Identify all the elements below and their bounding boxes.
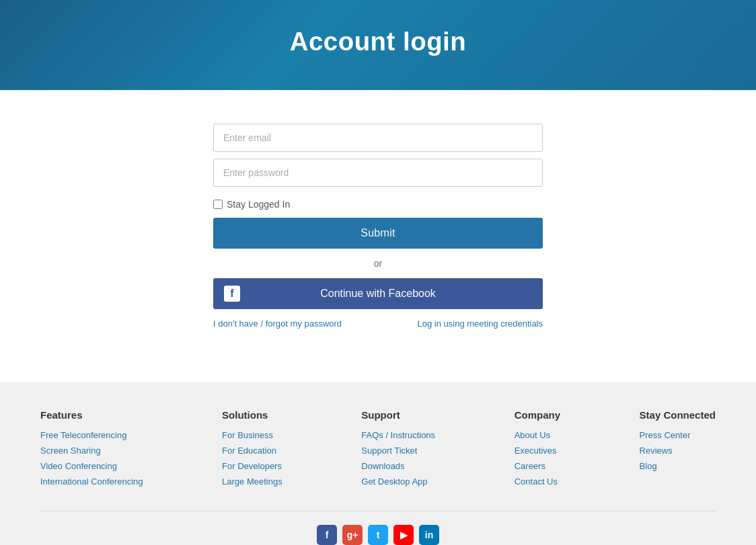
footer-column-heading: Solutions xyxy=(222,409,282,421)
list-item: Screen Sharing xyxy=(40,444,143,456)
facebook-login-button[interactable]: f Continue with Facebook xyxy=(213,278,543,309)
linkedin-social-icon[interactable]: in xyxy=(419,525,439,545)
facebook-btn-label: Continue with Facebook xyxy=(320,288,436,300)
footer-link[interactable]: Downloads xyxy=(361,461,404,471)
list-item: FAQs / Instructions xyxy=(361,429,435,441)
password-input[interactable] xyxy=(213,159,543,187)
social-icons-container: fg+t▶in xyxy=(40,525,716,545)
facebook-social-icon[interactable]: f xyxy=(317,525,337,545)
forgot-password-link[interactable]: I don't have / forgot my password xyxy=(213,319,342,329)
footer-link[interactable]: Executives xyxy=(515,446,557,456)
list-item: Video Conferencing xyxy=(40,460,143,472)
footer-link[interactable]: Video Conferencing xyxy=(40,461,117,471)
list-item: Support Ticket xyxy=(361,444,435,456)
footer: FeaturesFree TeleconferencingScreen Shar… xyxy=(0,382,756,545)
stay-logged-in-label[interactable]: Stay Logged In xyxy=(213,199,543,210)
list-item: Large Meetings xyxy=(222,475,282,487)
footer-link[interactable]: Blog xyxy=(640,461,657,471)
footer-link[interactable]: Contact Us xyxy=(515,476,558,487)
footer-link[interactable]: Free Teleconferencing xyxy=(40,430,126,440)
footer-link[interactable]: Get Desktop App xyxy=(361,476,427,487)
footer-link[interactable]: Careers xyxy=(515,461,545,471)
list-item: Get Desktop App xyxy=(361,475,435,487)
or-divider: or xyxy=(213,258,543,269)
list-item: Contact Us xyxy=(515,475,560,487)
list-item: Downloads xyxy=(361,460,435,472)
footer-column-heading: Support xyxy=(361,409,435,421)
footer-column: SupportFAQs / InstructionsSupport Ticket… xyxy=(361,409,435,491)
facebook-icon: f xyxy=(224,286,240,302)
google-plus-social-icon[interactable]: g+ xyxy=(342,525,363,545)
footer-column: Stay ConnectedPress CenterReviewsBlog xyxy=(640,409,716,491)
list-item: Reviews xyxy=(640,444,716,456)
footer-social: fg+t▶in xyxy=(40,511,716,545)
list-item: Blog xyxy=(640,460,716,472)
stay-logged-in-text: Stay Logged In xyxy=(227,199,290,210)
login-form: Stay Logged In Submit or f Continue with… xyxy=(213,124,543,329)
footer-link[interactable]: For Business xyxy=(222,430,273,440)
footer-link[interactable]: For Developers xyxy=(222,461,282,471)
stay-logged-in-checkbox[interactable] xyxy=(213,200,223,209)
footer-column-heading: Company xyxy=(515,409,560,421)
list-item: About Us xyxy=(515,429,560,441)
page-header: Account login xyxy=(0,0,756,90)
submit-button[interactable]: Submit xyxy=(213,218,543,249)
links-row: I don't have / forgot my password Log in… xyxy=(213,319,543,329)
youtube-social-icon[interactable]: ▶ xyxy=(393,525,414,545)
list-item: For Business xyxy=(222,429,282,441)
footer-column: SolutionsFor BusinessFor EducationFor De… xyxy=(222,409,282,491)
footer-link[interactable]: Screen Sharing xyxy=(40,446,101,456)
list-item: For Developers xyxy=(222,460,282,472)
footer-link[interactable]: FAQs / Instructions xyxy=(361,430,435,440)
footer-column-heading: Stay Connected xyxy=(640,409,716,421)
list-item: For Education xyxy=(222,444,282,456)
meeting-credentials-link[interactable]: Log in using meeting credentials xyxy=(418,319,543,329)
footer-link[interactable]: About Us xyxy=(515,430,550,440)
footer-link[interactable]: Press Center xyxy=(640,430,691,440)
footer-link[interactable]: International Conferencing xyxy=(40,476,143,487)
footer-columns: FeaturesFree TeleconferencingScreen Shar… xyxy=(40,409,716,491)
facebook-icon-wrap: f xyxy=(224,286,240,302)
twitter-social-icon[interactable]: t xyxy=(368,525,388,545)
footer-link[interactable]: Large Meetings xyxy=(222,476,282,487)
list-item: International Conferencing xyxy=(40,475,143,487)
list-item: Careers xyxy=(515,460,560,472)
list-item: Executives xyxy=(515,444,560,456)
footer-column: CompanyAbout UsExecutivesCareersContact … xyxy=(515,409,560,491)
main-content: Stay Logged In Submit or f Continue with… xyxy=(0,90,756,382)
email-input[interactable] xyxy=(213,124,543,152)
list-item: Press Center xyxy=(640,429,716,441)
footer-column: FeaturesFree TeleconferencingScreen Shar… xyxy=(40,409,143,491)
footer-column-heading: Features xyxy=(40,409,143,421)
footer-link[interactable]: Reviews xyxy=(640,446,673,456)
list-item: Free Teleconferencing xyxy=(40,429,143,441)
page-title: Account login xyxy=(13,27,743,56)
footer-link[interactable]: For Education xyxy=(222,446,276,456)
footer-link[interactable]: Support Ticket xyxy=(361,446,417,456)
